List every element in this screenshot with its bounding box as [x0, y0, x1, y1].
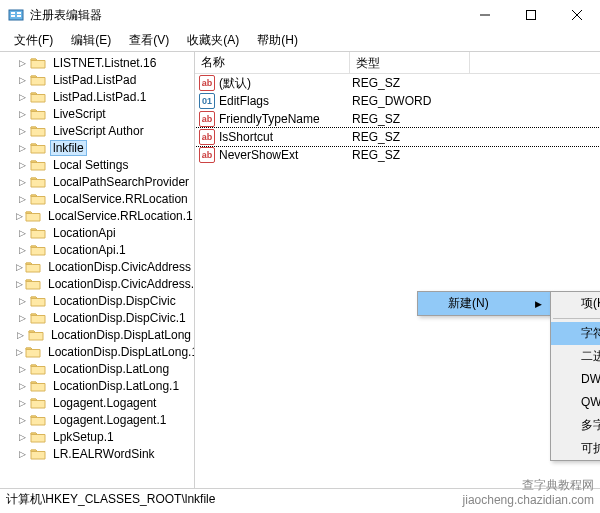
tree-item[interactable]: ▷LocationApi.1 [0, 241, 194, 258]
tree-expand-icon[interactable]: ▷ [16, 126, 28, 136]
tree-expand-icon[interactable]: ▷ [16, 415, 28, 425]
folder-icon [30, 243, 46, 257]
tree-item[interactable]: ▷Local Settings [0, 156, 194, 173]
tree-item[interactable]: ▷LISTNET.Listnet.16 [0, 54, 194, 71]
list-row[interactable]: abIsShortcutREG_SZ [195, 128, 600, 146]
tree-item-label: Logagent.Logagent [50, 395, 159, 411]
folder-icon [30, 124, 46, 138]
menu-help[interactable]: 帮助(H) [249, 30, 306, 51]
tree-item[interactable]: ▷LocationApi [0, 224, 194, 241]
menu-edit[interactable]: 编辑(E) [63, 30, 119, 51]
list-pane[interactable]: 名称 类型 ab(默认)REG_SZ01EditFlagsREG_DWORDab… [195, 52, 600, 488]
tree-item[interactable]: ▷LocationDisp.DispLatLong [0, 326, 194, 343]
app-icon [8, 7, 24, 23]
tree-item-label: LocationApi [50, 225, 119, 241]
window-title: 注册表编辑器 [30, 7, 462, 24]
column-header-type[interactable]: 类型 [350, 52, 470, 73]
context-item[interactable]: DWORD (32 位)值(D) [551, 368, 600, 391]
folder-icon [30, 447, 46, 461]
tree-expand-icon[interactable]: ▷ [16, 92, 28, 102]
context-submenu: 项(K)字符串值(S)二进制值(B)DWORD (32 位)值(D)QWORD … [550, 291, 600, 461]
close-button[interactable] [554, 0, 600, 30]
tree-expand-icon[interactable]: ▷ [16, 347, 23, 357]
tree-item[interactable]: ▷ListPad.ListPad.1 [0, 88, 194, 105]
tree-item[interactable]: ▷LR.EALRWordSink [0, 445, 194, 462]
tree-item[interactable]: ▷LocalService.RRLocation.1 [0, 207, 194, 224]
context-item-new[interactable]: 新建(N) ▶ [418, 292, 550, 315]
folder-icon [30, 192, 46, 206]
context-item[interactable]: 多字符串值(M) [551, 414, 600, 437]
tree-item[interactable]: ▷Logagent.Logagent.1 [0, 411, 194, 428]
tree-expand-icon[interactable]: ▷ [16, 398, 28, 408]
value-type: REG_SZ [350, 76, 470, 90]
tree-expand-icon[interactable]: ▷ [16, 449, 28, 459]
svg-rect-1 [11, 12, 15, 14]
tree-expand-icon[interactable]: ▷ [16, 279, 23, 289]
maximize-button[interactable] [508, 0, 554, 30]
tree-item-label: LpkSetup.1 [50, 429, 117, 445]
tree-expand-icon[interactable]: ▷ [16, 143, 28, 153]
context-item[interactable]: 可扩充字符串值(E) [551, 437, 600, 460]
tree-expand-icon[interactable]: ▷ [16, 194, 28, 204]
context-item[interactable]: 字符串值(S) [551, 322, 600, 345]
tree-item-label: LISTNET.Listnet.16 [50, 55, 159, 71]
tree-item[interactable]: ▷LiveScript [0, 105, 194, 122]
context-item[interactable]: 二进制值(B) [551, 345, 600, 368]
list-row[interactable]: abNeverShowExtREG_SZ [195, 146, 600, 164]
tree-item[interactable]: ▷LiveScript Author [0, 122, 194, 139]
column-header-name[interactable]: 名称 [195, 52, 350, 73]
menu-view[interactable]: 查看(V) [121, 30, 177, 51]
watermark: 查字典教程网 jiaocheng.chazidian.com [463, 478, 594, 507]
tree-expand-icon[interactable]: ▷ [16, 381, 28, 391]
tree-expand-icon[interactable]: ▷ [16, 245, 28, 255]
folder-icon [30, 56, 46, 70]
tree-item[interactable]: ▷LpkSetup.1 [0, 428, 194, 445]
tree-item-label: lnkfile [50, 140, 87, 156]
context-item[interactable]: 项(K) [551, 292, 600, 315]
tree-item[interactable]: ▷LocationDisp.DispCivic [0, 292, 194, 309]
tree-expand-icon[interactable]: ▷ [16, 211, 23, 221]
menu-file[interactable]: 文件(F) [6, 30, 61, 51]
list-row[interactable]: 01EditFlagsREG_DWORD [195, 92, 600, 110]
tree-expand-icon[interactable]: ▷ [16, 313, 28, 323]
tree-expand-icon[interactable]: ▷ [16, 364, 28, 374]
titlebar: 注册表编辑器 [0, 0, 600, 30]
value-type-icon: ab [199, 75, 215, 91]
list-row[interactable]: ab(默认)REG_SZ [195, 74, 600, 92]
tree-item-label: LocalPathSearchProvider [50, 174, 192, 190]
tree-item[interactable]: ▷LocationDisp.LatLong.1 [0, 377, 194, 394]
tree-item[interactable]: ▷lnkfile [0, 139, 194, 156]
tree-item-label: LR.EALRWordSink [50, 446, 158, 462]
tree-item[interactable]: ▷LocationDisp.CivicAddress [0, 258, 194, 275]
tree-item[interactable]: ▷LocalPathSearchProvider [0, 173, 194, 190]
value-type-icon: ab [199, 129, 215, 145]
tree-expand-icon[interactable]: ▷ [16, 228, 28, 238]
tree-item[interactable]: ▷LocationDisp.DispLatLong.1 [0, 343, 194, 360]
tree-item[interactable]: ▷LocalService.RRLocation [0, 190, 194, 207]
list-row[interactable]: abFriendlyTypeNameREG_SZ [195, 110, 600, 128]
tree-item[interactable]: ▷LocationDisp.CivicAddress.1 [0, 275, 194, 292]
folder-icon [25, 345, 41, 359]
context-item[interactable]: QWORD (64 位)值(Q) [551, 391, 600, 414]
folder-icon [30, 396, 46, 410]
folder-icon [30, 175, 46, 189]
tree-expand-icon[interactable]: ▷ [16, 262, 23, 272]
tree-expand-icon[interactable]: ▷ [16, 109, 28, 119]
tree-expand-icon[interactable]: ▷ [16, 160, 28, 170]
tree-item-label: LocationDisp.DispCivic.1 [50, 310, 189, 326]
tree-item[interactable]: ▷LocationDisp.LatLong [0, 360, 194, 377]
tree-expand-icon[interactable]: ▷ [16, 432, 28, 442]
window-buttons [462, 0, 600, 30]
tree-expand-icon[interactable]: ▷ [16, 296, 28, 306]
menu-favorites[interactable]: 收藏夹(A) [179, 30, 247, 51]
minimize-button[interactable] [462, 0, 508, 30]
tree-pane[interactable]: ▷LISTNET.Listnet.16▷ListPad.ListPad▷List… [0, 52, 195, 488]
tree-expand-icon[interactable]: ▷ [16, 58, 28, 68]
tree-expand-icon[interactable]: ▷ [16, 177, 28, 187]
tree-item-label: LocalService.RRLocation [50, 191, 191, 207]
tree-item[interactable]: ▷Logagent.Logagent [0, 394, 194, 411]
tree-item[interactable]: ▷LocationDisp.DispCivic.1 [0, 309, 194, 326]
tree-item[interactable]: ▷ListPad.ListPad [0, 71, 194, 88]
tree-expand-icon[interactable]: ▷ [16, 330, 26, 340]
tree-expand-icon[interactable]: ▷ [16, 75, 28, 85]
